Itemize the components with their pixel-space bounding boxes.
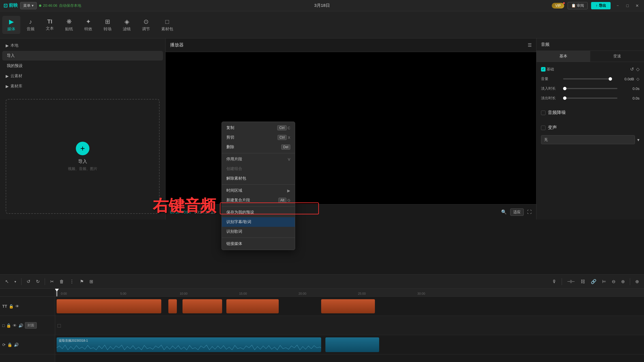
redo-button[interactable]: ↻ xyxy=(34,278,41,285)
video-track[interactable]: □ xyxy=(55,316,644,335)
add-track-button[interactable]: ⊕ xyxy=(634,278,641,285)
menu-item-link-media[interactable]: 链接媒体 xyxy=(222,239,295,249)
menu-item-recognize-subtitle[interactable]: 识别字幕/歌词 xyxy=(222,217,295,227)
lock-icon-3[interactable]: 🔒 xyxy=(7,342,12,347)
volume-slider[interactable] xyxy=(563,78,612,79)
basic-section-label: 基础 xyxy=(547,67,554,72)
nav-cloud[interactable]: ▶ 云素材 xyxy=(2,71,163,81)
nav-local[interactable]: ▶ 本地 xyxy=(2,41,163,50)
diamond-icon[interactable]: ◇ xyxy=(636,66,639,72)
align-button[interactable]: ⊨ xyxy=(600,278,608,285)
more-button[interactable]: ⋮ xyxy=(68,278,76,285)
tab-sticker[interactable]: ❋ 贴纸 xyxy=(60,16,78,34)
menu-item-new-composite[interactable]: 新建复合片段 Alt G xyxy=(222,195,295,205)
create-group-label: 创建组合 xyxy=(226,166,242,171)
select-tool-button[interactable]: ↖ xyxy=(3,278,10,285)
menu-item-time-range[interactable]: 时间区域 ▶ xyxy=(222,186,295,195)
playhead[interactable] xyxy=(57,289,57,296)
menu-button[interactable]: 菜单 ▾ xyxy=(20,2,37,9)
voice-checkbox[interactable] xyxy=(541,126,546,130)
minimize-button[interactable]: － xyxy=(614,3,621,8)
split-button[interactable]: ✂ xyxy=(48,278,55,285)
denoise-checkbox[interactable] xyxy=(541,111,546,115)
zoom-in-button[interactable]: ⊕ xyxy=(619,278,626,285)
review-button[interactable]: 📋 审阅 xyxy=(568,2,588,9)
text-track[interactable] xyxy=(55,297,644,316)
eye-icon-1[interactable]: 👁 xyxy=(15,304,19,309)
right-content: ✓ 基础 ↺ ◇ 音量 0.0dB ◇ 淡入时长 0.0s xyxy=(536,62,644,219)
export-button[interactable]: ↑ 导出 xyxy=(591,2,610,9)
transition-tab-label: 转场 xyxy=(104,27,111,32)
tab-media[interactable]: ▶ 媒体 xyxy=(2,16,20,34)
tab-transition[interactable]: ⊞ 转场 xyxy=(98,16,117,34)
fadein-slider[interactable] xyxy=(563,88,617,89)
menu-item-save-preset[interactable]: 保存为我的预设 xyxy=(222,208,295,217)
voice-select[interactable]: 无 xyxy=(541,135,635,144)
link-button[interactable]: ⛓ xyxy=(579,278,587,285)
frame-button[interactable]: ⊞ xyxy=(88,278,95,285)
audio-main-clip[interactable]: 提取音频20230318-1 xyxy=(57,337,321,352)
voice-dropdown-icon[interactable]: ▾ xyxy=(637,137,639,143)
menu-item-delete[interactable]: 删除 Del xyxy=(222,142,295,152)
tab-adjust[interactable]: ⊙ 调节 xyxy=(137,16,155,34)
close-button[interactable]: ✕ xyxy=(634,3,641,8)
tab-material[interactable]: □ 素材包 xyxy=(156,16,178,34)
fadein-thumb[interactable] xyxy=(563,87,566,90)
vip-button[interactable]: VIP xyxy=(552,3,564,8)
menu-item-recognize-lyrics[interactable]: 识别歌词 xyxy=(222,227,295,236)
mic-button[interactable]: 🎙 xyxy=(550,278,558,285)
volume-keyframe-icon[interactable]: ◇ xyxy=(636,77,639,81)
player-area[interactable] xyxy=(166,52,536,204)
fadeout-slider[interactable] xyxy=(563,98,617,99)
status-dot-icon xyxy=(39,5,41,7)
undo-button[interactable]: ↺ xyxy=(25,278,32,285)
text-clip-5[interactable] xyxy=(321,299,375,313)
tab-speed[interactable]: 变速 xyxy=(590,51,644,62)
audio-clip-2[interactable] xyxy=(325,337,379,352)
unlink-button[interactable]: 🔗 xyxy=(589,278,598,285)
lock-icon-1[interactable]: 🔒 xyxy=(9,304,14,309)
menu-item-cut[interactable]: 剪切 Ctrl X xyxy=(222,133,295,142)
text-clip-2[interactable] xyxy=(168,299,177,313)
nav-preset[interactable]: 我的预设 xyxy=(2,61,163,71)
menu-arrow-icon: ▾ xyxy=(32,3,34,8)
text-clip-4[interactable] xyxy=(226,299,279,313)
fullscreen-button[interactable]: ⛶ xyxy=(527,210,532,215)
tab-basic[interactable]: 基本 xyxy=(536,51,590,62)
audio-icon-2[interactable]: 🔊 xyxy=(18,323,23,328)
select-arrow-btn[interactable]: ▾ xyxy=(13,279,18,285)
text-clip-1[interactable] xyxy=(57,299,161,313)
audio-icon-3[interactable]: 🔊 xyxy=(14,342,19,347)
snap-button[interactable]: ⊣⊢ xyxy=(565,278,577,285)
menu-item-detach[interactable]: 解除素材包 xyxy=(222,174,295,183)
reset-button[interactable]: ↺ xyxy=(630,66,634,72)
fadeout-thumb[interactable] xyxy=(563,96,566,100)
audio-track[interactable]: 提取音频20230318-1 xyxy=(55,335,644,354)
player-menu-icon[interactable]: ☰ xyxy=(528,42,532,48)
menu-item-disable[interactable]: 停用片段 V xyxy=(222,154,295,164)
tab-audio[interactable]: ♪ 音频 xyxy=(22,16,40,34)
flag-button[interactable]: ⚑ xyxy=(78,278,85,285)
zoom-out-button[interactable]: ⊖ xyxy=(610,278,617,285)
import-title: 导入 xyxy=(78,159,87,165)
tab-effects[interactable]: ✦ 特效 xyxy=(79,16,97,34)
lock-icon-2[interactable]: 🔒 xyxy=(6,323,11,328)
sync-icon[interactable]: ⟳ xyxy=(2,342,6,347)
volume-thumb[interactable] xyxy=(609,77,612,81)
status-text: 自动保存本地 xyxy=(59,3,81,8)
menu-divider-1 xyxy=(222,153,295,153)
fit-button[interactable]: 适应 xyxy=(510,208,524,216)
tab-filter[interactable]: ◈ 滤镜 xyxy=(118,16,136,34)
zoom-button[interactable]: 🔍 xyxy=(501,209,507,215)
text-clip-3[interactable] xyxy=(183,299,222,313)
nav-library[interactable]: ▶ 素材库 xyxy=(2,81,163,91)
import-plus-button[interactable]: + xyxy=(76,142,89,155)
import-area[interactable]: + 导入 视频、音频、图片 xyxy=(6,99,160,214)
menu-item-copy[interactable]: 复制 Ctrl C xyxy=(222,123,295,133)
maximize-button[interactable]: □ xyxy=(625,3,630,8)
eye-icon-2[interactable]: 👁 xyxy=(13,323,17,328)
tab-text[interactable]: TI 文本 xyxy=(41,16,59,33)
delete-button[interactable]: 🗑 xyxy=(58,278,66,285)
basic-checkbox[interactable]: ✓ xyxy=(541,67,546,72)
nav-import[interactable]: 导入 xyxy=(2,51,163,61)
